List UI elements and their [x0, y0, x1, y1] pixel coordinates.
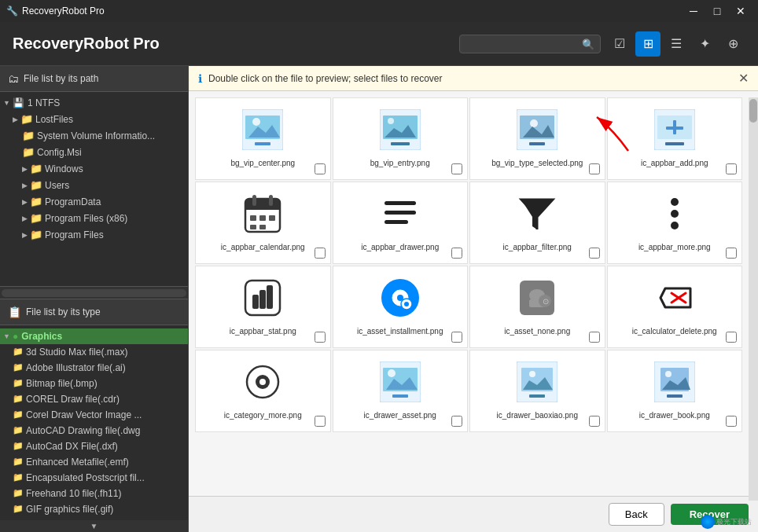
label-ic-appbar-drawer: ic_appbar_drawer.png — [361, 242, 439, 252]
checkbox-ic-appbar-add[interactable] — [726, 163, 737, 174]
thumb-ic-drawer-asset — [375, 357, 425, 407]
minimize-button[interactable]: ─ — [683, 0, 705, 22]
folder-icon-fh11: 📁 — [13, 488, 24, 498]
tree-item-programfiles86[interactable]: ▶ 📁 Program Files (x86) — [0, 210, 188, 226]
sidebar-path-section: 🗂 File list by its path ▼ 💾 1 NTFS ▶ 📁 L… — [0, 66, 188, 299]
svg-rect-25 — [269, 195, 273, 206]
tree-item-emf[interactable]: 📁 Enhanced Metafile(.emf) — [0, 454, 188, 470]
tree-item-sysvolinfo[interactable]: 📁 System Volume Informatio... — [0, 127, 188, 144]
tree-item-cdr[interactable]: 📁 COREL Draw file(.cdr) — [0, 391, 188, 407]
close-button[interactable]: ✕ — [730, 0, 752, 22]
grid-item-ic-appbar-filter[interactable]: ic_appbar_filter.png — [469, 182, 605, 264]
arrow-graphics: ▼ — [3, 332, 10, 340]
svg-point-34 — [671, 198, 679, 206]
checkbox-ic-asset-none[interactable] — [589, 332, 600, 343]
maximize-button[interactable]: □ — [706, 0, 728, 22]
grid-view-button[interactable]: ⊞ — [635, 31, 660, 57]
svg-point-45 — [404, 302, 409, 306]
checkbox-ic-appbar-drawer[interactable] — [451, 248, 462, 259]
grid-item-ic-appbar-drawer[interactable]: ic_appbar_drawer.png — [333, 182, 469, 264]
tree-item-programfiles[interactable]: ▶ 📁 Program Files — [0, 226, 188, 243]
grid-item-ic-appbar-add[interactable]: ic_appbar_add.png — [607, 97, 743, 180]
checkbox-ic-appbar-more[interactable] — [726, 248, 737, 259]
svg-rect-30 — [259, 225, 266, 229]
tree-item-max[interactable]: 📁 3d Studio Max file(.max) — [0, 344, 188, 360]
sidebar-type-header[interactable]: 📋 File list by its type — [0, 299, 188, 325]
tree-item-dwg[interactable]: 📁 AutoCAD Drawing file(.dwg — [0, 423, 188, 438]
folder-icon-ai: 📁 — [13, 362, 24, 372]
vertical-scrollbar[interactable] — [749, 97, 758, 501]
label-ic-asset-installment: ic_asset_installment.png — [357, 326, 443, 336]
svg-rect-31 — [385, 201, 416, 205]
checkbox-ic-calculator-delete[interactable] — [726, 332, 737, 343]
tree-item-windows[interactable]: ▶ 📁 Windows — [0, 160, 188, 177]
grid-item-ic-appbar-stat[interactable]: ic_appbar_stat.png — [195, 266, 331, 348]
list-view-button[interactable]: ☰ — [664, 31, 689, 57]
drive-icon: 💾 — [13, 97, 24, 108]
tree-item-users[interactable]: ▶ 📁 Users — [0, 177, 188, 193]
tree-item-dxf[interactable]: 📁 AutoCad DX File(.dxf) — [0, 438, 188, 454]
label-ic-appbar-add: ic_appbar_add.png — [641, 158, 708, 168]
checkbox-ic-category-more[interactable] — [315, 416, 326, 427]
grid-item-bg-vip-center[interactable]: bg_vip_center.png — [195, 97, 331, 180]
grid-item-ic-calculator-delete[interactable]: ic_calculator_delete.png — [607, 266, 743, 348]
grid-item-bg-vip-entry[interactable]: bg_vip_entry.png — [333, 97, 469, 180]
checkbox-bg-vip-entry[interactable] — [451, 163, 462, 174]
thumb-ic-appbar-stat — [237, 273, 288, 323]
label-ic-drawer-asset: ic_drawer_asset.png — [364, 410, 436, 420]
checkbox-bg-vip-type-selected[interactable] — [589, 163, 600, 174]
sidebar-type-tree: ▼ ● Graphics 📁 3d Studio Max file(.max) … — [0, 325, 188, 520]
tree-item-configmsi[interactable]: 📁 Config.Msi — [0, 144, 188, 160]
checkbox-ic-appbar-calendar[interactable] — [315, 248, 326, 259]
checkbox-ic-asset-installment[interactable] — [451, 332, 462, 343]
tools-button[interactable]: ✦ — [692, 31, 717, 57]
tree-item-ai[interactable]: 📁 Adobe Illustrator file(.ai) — [0, 360, 188, 376]
sidebar-path-header[interactable]: 🗂 File list by its path — [0, 66, 188, 92]
grid-item-ic-appbar-more[interactable]: ic_appbar_more.png — [607, 182, 743, 264]
svg-text:⊙: ⊙ — [543, 297, 549, 306]
svg-point-68 — [665, 371, 672, 377]
label-bg-vip-type-selected: bg_vip_type_selected.png — [491, 158, 583, 168]
tree-item-lostfiles[interactable]: ▶ 📁 LostFiles — [0, 111, 188, 127]
more-button[interactable]: ⊕ — [720, 31, 745, 57]
grid-item-bg-vip-type-selected[interactable]: bg_vip_type_selected.png — [469, 97, 605, 180]
grid-item-ic-appbar-calendar[interactable]: ic_appbar_calendar.png — [195, 182, 331, 264]
grid-item-ic-asset-installment[interactable]: ic_asset_installment.png — [333, 266, 469, 348]
grid-item-ic-asset-none[interactable]: ⊙ ic_asset_none.png — [469, 266, 605, 348]
search-input[interactable] — [459, 35, 601, 53]
checkbox-ic-appbar-filter[interactable] — [589, 248, 600, 259]
arrow-programfiles: ▶ — [22, 231, 28, 239]
sidebar-path-hscroll[interactable] — [0, 286, 188, 299]
check-tool-button[interactable]: ☑ — [607, 31, 632, 57]
checkbox-bg-vip-center[interactable] — [315, 163, 326, 174]
tree-item-fh11[interactable]: 📁 Freehand 10 file(.fh11) — [0, 486, 188, 501]
type-tree-scroll-down[interactable]: ▼ — [0, 520, 188, 532]
label-ic-appbar-stat: ic_appbar_stat.png — [230, 326, 296, 336]
svg-rect-23 — [245, 204, 280, 210]
sidebar-type-section: 📋 File list by its type ▼ ● Graphics 📁 3… — [0, 299, 188, 532]
back-button[interactable]: Back — [609, 503, 664, 526]
label-ic-appbar-filter: ic_appbar_filter.png — [503, 242, 572, 252]
tree-item-programdata[interactable]: ▶ 📁 ProgramData — [0, 193, 188, 210]
close-info-button[interactable]: ✕ — [738, 71, 749, 86]
checkbox-ic-drawer-asset[interactable] — [451, 416, 462, 427]
tree-item-ntfs[interactable]: ▼ 💾 1 NTFS — [0, 95, 188, 111]
label-bg-vip-entry: bg_vip_entry.png — [370, 158, 430, 168]
sidebar-path-title: File list by its path — [24, 73, 98, 84]
grid-item-ic-drawer-book[interactable]: ic_drawer_book.png — [607, 350, 743, 432]
folder-icon-corelvector: 📁 — [13, 409, 24, 420]
tree-item-corelvector[interactable]: 📁 Corel Draw Vector Image ... — [0, 407, 188, 423]
tree-item-bmp[interactable]: 📁 Bitmap file(.bmp) — [0, 376, 188, 391]
checkbox-ic-appbar-stat[interactable] — [315, 332, 326, 343]
checkbox-ic-drawer-baoxiao[interactable] — [589, 416, 600, 427]
svg-rect-33 — [385, 220, 408, 224]
grid-item-ic-category-more[interactable]: ic_category_more.png — [195, 350, 331, 432]
grid-item-ic-drawer-asset[interactable]: ic_drawer_asset.png — [333, 350, 469, 432]
grid-item-ic-drawer-baoxiao[interactable]: ic_drawer_baoxiao.png — [469, 350, 605, 432]
tree-item-gif[interactable]: 📁 GIF graphics file(.gif) — [0, 501, 188, 517]
checkbox-ic-drawer-book[interactable] — [726, 416, 737, 427]
tree-item-graphics[interactable]: ▼ ● Graphics — [0, 328, 188, 344]
tree-item-eps[interactable]: 📁 Encapsulated Postscript fil... — [0, 470, 188, 486]
app-header: RecoveryRobot Pro 🔍 ☑ ⊞ ☰ ✦ ⊕ — [0, 22, 758, 66]
folder-icon-programfiles86: 📁 — [30, 212, 42, 224]
